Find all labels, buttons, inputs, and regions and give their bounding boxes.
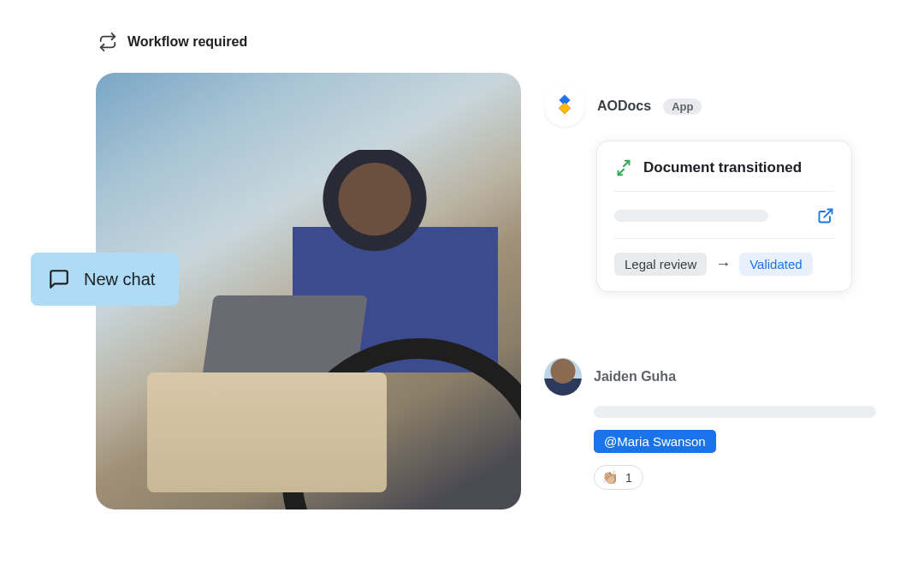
doc-card-title: Document transitioned xyxy=(643,159,802,176)
message-body: @Maria Swanson 👏🏼 1 xyxy=(594,406,886,490)
aodocs-app-row: AODocs App xyxy=(544,86,702,127)
transition-icon xyxy=(614,158,633,177)
aodocs-logo xyxy=(544,86,585,127)
new-chat-label: New chat xyxy=(84,270,155,289)
message-header: Jaiden Guha xyxy=(544,358,886,396)
reaction-pill[interactable]: 👏🏼 1 xyxy=(594,465,643,490)
chat-icon xyxy=(48,268,70,290)
skeleton-placeholder xyxy=(614,210,768,222)
reaction-count: 1 xyxy=(625,471,632,485)
new-chat-button[interactable]: New chat xyxy=(31,253,179,306)
workflow-header: Workflow required xyxy=(98,33,247,51)
svg-rect-1 xyxy=(559,103,570,114)
workflow-label: Workflow required xyxy=(127,34,247,50)
avatar[interactable] xyxy=(544,358,582,396)
status-to-chip: Validated xyxy=(739,253,812,276)
clap-emoji-icon: 👏🏼 xyxy=(601,469,619,486)
doc-title-row: Document transitioned xyxy=(614,158,834,192)
photo-laptop-shape xyxy=(200,295,367,390)
app-badge: App xyxy=(663,98,702,115)
arrow-right-icon: → xyxy=(715,255,731,273)
aodocs-name: AODocs xyxy=(597,98,651,114)
message-skeleton xyxy=(594,406,876,418)
mention-chip[interactable]: @Maria Swanson xyxy=(594,430,716,453)
svg-line-4 xyxy=(824,210,832,217)
status-from-chip: Legal review xyxy=(614,253,707,276)
document-transitioned-card: Document transitioned Legal review → Val… xyxy=(596,140,852,292)
message-username[interactable]: Jaiden Guha xyxy=(594,369,676,384)
doc-mid-row xyxy=(614,192,834,239)
message-block: Jaiden Guha @Maria Swanson 👏🏼 1 xyxy=(544,358,886,490)
open-in-new-icon[interactable] xyxy=(817,207,834,224)
repeat-icon xyxy=(98,33,117,51)
status-row: Legal review → Validated xyxy=(614,239,834,276)
